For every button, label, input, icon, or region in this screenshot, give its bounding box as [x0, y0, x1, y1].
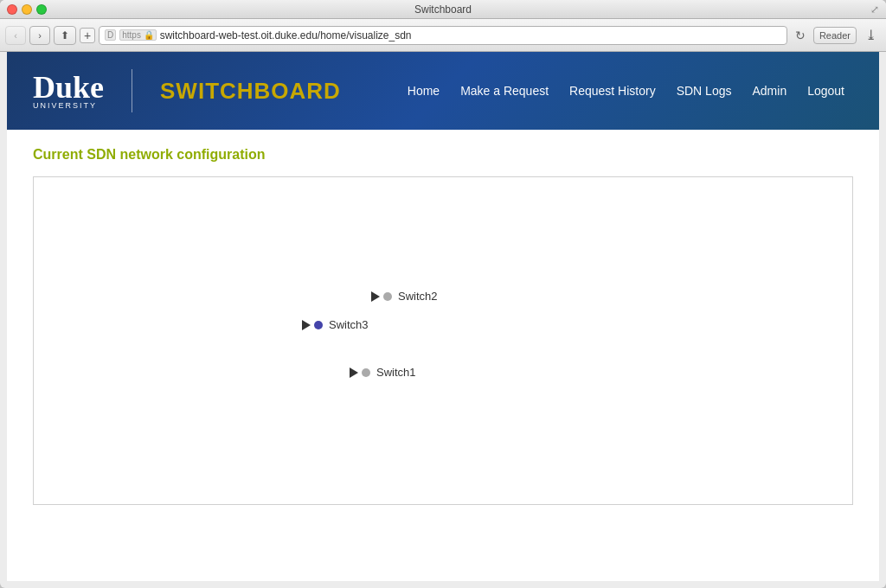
main-nav: Home Make a Request Request History SDN …	[408, 84, 844, 98]
page-body: Current SDN network configuration Switch…	[7, 130, 879, 522]
download-button[interactable]: ⤓	[860, 26, 881, 45]
forward-icon: ›	[38, 30, 42, 41]
new-tab-button[interactable]: +	[80, 28, 95, 43]
nav-home[interactable]: Home	[408, 84, 440, 98]
browser-toolbar: ‹ › ⬆ + D https 🔒 switchboard-web-test.o…	[0, 19, 886, 52]
reader-label: Reader	[819, 30, 851, 41]
download-icon: ⤓	[865, 27, 876, 43]
nav-make-request[interactable]: Make a Request	[460, 84, 549, 98]
nav-admin[interactable]: Admin	[752, 84, 786, 98]
nav-sdn-logs[interactable]: SDN Logs	[677, 84, 732, 98]
forward-button[interactable]: ›	[29, 26, 50, 45]
minimize-button[interactable]	[22, 4, 32, 15]
duke-logo: Duke University	[33, 72, 104, 110]
address-bar[interactable]: D https 🔒 switchboard-web-test.oit.duke.…	[99, 26, 787, 45]
nav-request-history[interactable]: Request History	[569, 84, 656, 98]
switch-label: Switch3	[329, 318, 369, 331]
play-icon	[350, 368, 358, 378]
refresh-icon: ↻	[795, 29, 806, 42]
switch-dot	[314, 321, 323, 329]
logo-area: Duke University SWITCHBOARD	[33, 69, 341, 112]
refresh-button[interactable]: ↻	[791, 26, 810, 45]
logo-divider	[132, 69, 132, 112]
https-icon: D	[105, 29, 116, 41]
switch-dot	[383, 292, 392, 301]
switch-label: Switch2	[398, 290, 438, 303]
back-icon: ‹	[14, 30, 17, 41]
share-button[interactable]: ⬆	[54, 26, 76, 45]
window-title: Switchboard	[414, 3, 472, 16]
switch-dot	[362, 368, 370, 377]
lock-icon: https 🔒	[119, 29, 156, 41]
play-icon	[302, 320, 311, 330]
maximize-button[interactable]	[36, 4, 47, 15]
close-button[interactable]	[7, 4, 17, 15]
switch-node-switch2[interactable]: Switch2	[371, 290, 438, 303]
share-icon: ⬆	[61, 29, 69, 42]
back-button[interactable]: ‹	[5, 26, 26, 45]
reader-button[interactable]: Reader	[813, 27, 857, 44]
browser-window: Switchboard ⤢ ‹ › ⬆ + D https 🔒 switchbo…	[0, 0, 886, 588]
page-content: Duke University SWITCHBOARD Home Make a …	[7, 52, 879, 581]
url-text: switchboard-web-test.oit.duke.edu/home/v…	[160, 29, 781, 42]
switch-node-switch3[interactable]: Switch3	[302, 318, 369, 331]
nav-logout[interactable]: Logout	[807, 84, 844, 98]
site-title: SWITCHBOARD	[160, 78, 341, 105]
play-icon	[371, 291, 380, 302]
network-diagram: Switch2 Switch3 Switch1	[33, 176, 853, 505]
duke-university: University	[33, 101, 97, 110]
resize-icon: ⤢	[870, 3, 879, 16]
site-header: Duke University SWITCHBOARD Home Make a …	[7, 52, 879, 130]
switch-node-switch1[interactable]: Switch1	[350, 366, 416, 379]
window-controls	[7, 4, 47, 15]
duke-name: Duke	[33, 72, 104, 103]
title-bar: Switchboard ⤢	[0, 0, 886, 19]
section-title: Current SDN network configuration	[33, 147, 853, 163]
switch-label: Switch1	[376, 366, 416, 379]
plus-icon: +	[84, 29, 91, 42]
